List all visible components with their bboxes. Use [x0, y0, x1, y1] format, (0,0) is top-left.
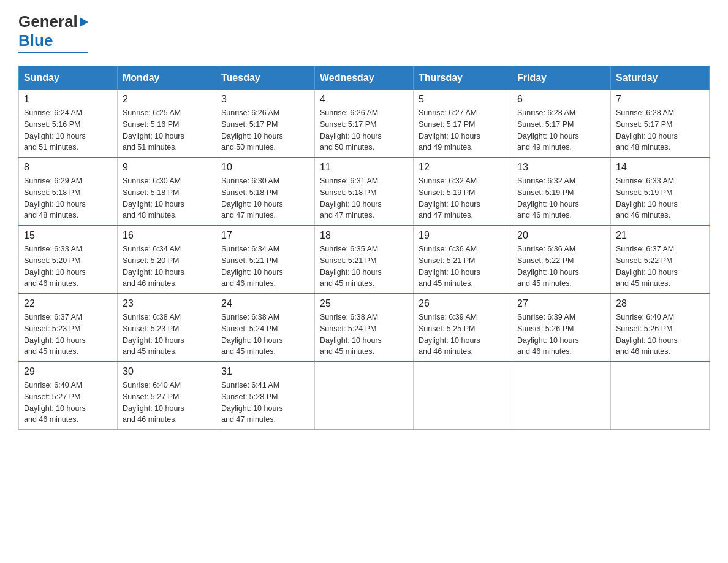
day-number: 7	[616, 94, 704, 105]
logo-general-text: General	[18, 12, 78, 31]
day-header-sunday: Sunday	[19, 66, 118, 90]
calendar-cell	[512, 362, 611, 430]
day-info: Sunrise: 6:37 AMSunset: 5:22 PMDaylight:…	[616, 243, 704, 289]
calendar-cell: 7Sunrise: 6:28 AMSunset: 5:17 PMDaylight…	[611, 90, 710, 158]
day-info: Sunrise: 6:33 AMSunset: 5:20 PMDaylight:…	[24, 243, 112, 289]
calendar-cell: 17Sunrise: 6:34 AMSunset: 5:21 PMDayligh…	[216, 226, 315, 294]
calendar-cell: 5Sunrise: 6:27 AMSunset: 5:17 PMDaylight…	[414, 90, 512, 158]
day-number: 20	[517, 230, 605, 241]
day-number: 27	[517, 298, 605, 309]
day-number: 10	[221, 162, 309, 173]
calendar-cell: 6Sunrise: 6:28 AMSunset: 5:17 PMDaylight…	[512, 90, 611, 158]
calendar-cell: 11Sunrise: 6:31 AMSunset: 5:18 PMDayligh…	[315, 158, 414, 226]
calendar-cell: 26Sunrise: 6:39 AMSunset: 5:25 PMDayligh…	[414, 294, 512, 362]
calendar-week-row: 22Sunrise: 6:37 AMSunset: 5:23 PMDayligh…	[19, 294, 710, 362]
day-number: 22	[24, 298, 112, 309]
calendar-cell: 16Sunrise: 6:34 AMSunset: 5:20 PMDayligh…	[118, 226, 216, 294]
calendar-week-row: 15Sunrise: 6:33 AMSunset: 5:20 PMDayligh…	[19, 226, 710, 294]
day-number: 12	[419, 162, 507, 173]
day-info: Sunrise: 6:26 AMSunset: 5:17 PMDaylight:…	[221, 107, 309, 153]
logo-triangle-icon	[80, 17, 88, 27]
day-info: Sunrise: 6:29 AMSunset: 5:18 PMDaylight:…	[24, 175, 112, 221]
calendar-cell: 27Sunrise: 6:39 AMSunset: 5:26 PMDayligh…	[512, 294, 611, 362]
calendar-cell: 2Sunrise: 6:25 AMSunset: 5:16 PMDaylight…	[118, 90, 216, 158]
day-info: Sunrise: 6:35 AMSunset: 5:21 PMDaylight:…	[320, 243, 408, 289]
calendar-cell: 12Sunrise: 6:32 AMSunset: 5:19 PMDayligh…	[414, 158, 512, 226]
day-number: 17	[221, 230, 309, 241]
calendar-cell: 24Sunrise: 6:38 AMSunset: 5:24 PMDayligh…	[216, 294, 315, 362]
calendar-cell: 31Sunrise: 6:41 AMSunset: 5:28 PMDayligh…	[216, 362, 315, 430]
day-number: 28	[616, 298, 704, 309]
calendar-cell: 19Sunrise: 6:36 AMSunset: 5:21 PMDayligh…	[414, 226, 512, 294]
day-number: 14	[616, 162, 704, 173]
day-number: 31	[221, 366, 309, 377]
calendar-cell	[414, 362, 512, 430]
calendar-cell: 10Sunrise: 6:30 AMSunset: 5:18 PMDayligh…	[216, 158, 315, 226]
day-info: Sunrise: 6:39 AMSunset: 5:25 PMDaylight:…	[419, 312, 507, 358]
calendar-cell: 4Sunrise: 6:26 AMSunset: 5:17 PMDaylight…	[315, 90, 414, 158]
calendar-cell: 3Sunrise: 6:26 AMSunset: 5:17 PMDaylight…	[216, 90, 315, 158]
day-info: Sunrise: 6:38 AMSunset: 5:23 PMDaylight:…	[123, 312, 211, 358]
day-header-monday: Monday	[118, 66, 216, 90]
day-number: 13	[517, 162, 605, 173]
calendar-cell: 23Sunrise: 6:38 AMSunset: 5:23 PMDayligh…	[118, 294, 216, 362]
calendar-cell: 29Sunrise: 6:40 AMSunset: 5:27 PMDayligh…	[19, 362, 118, 430]
day-header-friday: Friday	[512, 66, 611, 90]
logo: General Blue	[18, 12, 88, 53]
calendar-cell: 15Sunrise: 6:33 AMSunset: 5:20 PMDayligh…	[19, 226, 118, 294]
day-info: Sunrise: 6:24 AMSunset: 5:16 PMDaylight:…	[24, 107, 112, 153]
day-info: Sunrise: 6:33 AMSunset: 5:19 PMDaylight:…	[616, 175, 704, 221]
day-number: 24	[221, 298, 309, 309]
calendar-cell: 9Sunrise: 6:30 AMSunset: 5:18 PMDaylight…	[118, 158, 216, 226]
day-number: 8	[24, 162, 112, 173]
day-info: Sunrise: 6:36 AMSunset: 5:21 PMDaylight:…	[419, 243, 507, 289]
day-number: 6	[517, 94, 605, 105]
day-number: 11	[320, 162, 408, 173]
day-number: 30	[123, 366, 211, 377]
day-info: Sunrise: 6:30 AMSunset: 5:18 PMDaylight:…	[221, 175, 309, 221]
day-number: 2	[123, 94, 211, 105]
logo-underline	[18, 52, 88, 53]
page-header: General Blue	[18, 12, 710, 53]
calendar-cell	[315, 362, 414, 430]
day-header-thursday: Thursday	[414, 66, 512, 90]
calendar-table: SundayMondayTuesdayWednesdayThursdayFrid…	[18, 66, 710, 430]
calendar-cell: 14Sunrise: 6:33 AMSunset: 5:19 PMDayligh…	[611, 158, 710, 226]
day-info: Sunrise: 6:40 AMSunset: 5:26 PMDaylight:…	[616, 312, 704, 358]
day-info: Sunrise: 6:38 AMSunset: 5:24 PMDaylight:…	[320, 312, 408, 358]
calendar-cell: 21Sunrise: 6:37 AMSunset: 5:22 PMDayligh…	[611, 226, 710, 294]
day-info: Sunrise: 6:31 AMSunset: 5:18 PMDaylight:…	[320, 175, 408, 221]
day-number: 21	[616, 230, 704, 241]
day-info: Sunrise: 6:28 AMSunset: 5:17 PMDaylight:…	[517, 107, 605, 153]
calendar-cell: 22Sunrise: 6:37 AMSunset: 5:23 PMDayligh…	[19, 294, 118, 362]
calendar-cell: 8Sunrise: 6:29 AMSunset: 5:18 PMDaylight…	[19, 158, 118, 226]
day-info: Sunrise: 6:32 AMSunset: 5:19 PMDaylight:…	[419, 175, 507, 221]
calendar-week-row: 8Sunrise: 6:29 AMSunset: 5:18 PMDaylight…	[19, 158, 710, 226]
day-number: 18	[320, 230, 408, 241]
day-number: 23	[123, 298, 211, 309]
day-info: Sunrise: 6:39 AMSunset: 5:26 PMDaylight:…	[517, 312, 605, 358]
calendar-week-row: 1Sunrise: 6:24 AMSunset: 5:16 PMDaylight…	[19, 90, 710, 158]
day-info: Sunrise: 6:38 AMSunset: 5:24 PMDaylight:…	[221, 312, 309, 358]
calendar-cell: 18Sunrise: 6:35 AMSunset: 5:21 PMDayligh…	[315, 226, 414, 294]
day-info: Sunrise: 6:41 AMSunset: 5:28 PMDaylight:…	[221, 380, 309, 426]
calendar-cell: 13Sunrise: 6:32 AMSunset: 5:19 PMDayligh…	[512, 158, 611, 226]
day-info: Sunrise: 6:32 AMSunset: 5:19 PMDaylight:…	[517, 175, 605, 221]
day-info: Sunrise: 6:28 AMSunset: 5:17 PMDaylight:…	[616, 107, 704, 153]
day-number: 16	[123, 230, 211, 241]
day-info: Sunrise: 6:37 AMSunset: 5:23 PMDaylight:…	[24, 312, 112, 358]
day-info: Sunrise: 6:25 AMSunset: 5:16 PMDaylight:…	[123, 107, 211, 153]
day-info: Sunrise: 6:26 AMSunset: 5:17 PMDaylight:…	[320, 107, 408, 153]
day-number: 5	[419, 94, 507, 105]
day-header-saturday: Saturday	[611, 66, 710, 90]
calendar-week-row: 29Sunrise: 6:40 AMSunset: 5:27 PMDayligh…	[19, 362, 710, 430]
day-header-wednesday: Wednesday	[315, 66, 414, 90]
day-info: Sunrise: 6:30 AMSunset: 5:18 PMDaylight:…	[123, 175, 211, 221]
day-header-tuesday: Tuesday	[216, 66, 315, 90]
day-number: 25	[320, 298, 408, 309]
day-info: Sunrise: 6:40 AMSunset: 5:27 PMDaylight:…	[24, 380, 112, 426]
calendar-cell: 30Sunrise: 6:40 AMSunset: 5:27 PMDayligh…	[118, 362, 216, 430]
calendar-cell: 1Sunrise: 6:24 AMSunset: 5:16 PMDaylight…	[19, 90, 118, 158]
calendar-cell: 28Sunrise: 6:40 AMSunset: 5:26 PMDayligh…	[611, 294, 710, 362]
day-number: 26	[419, 298, 507, 309]
